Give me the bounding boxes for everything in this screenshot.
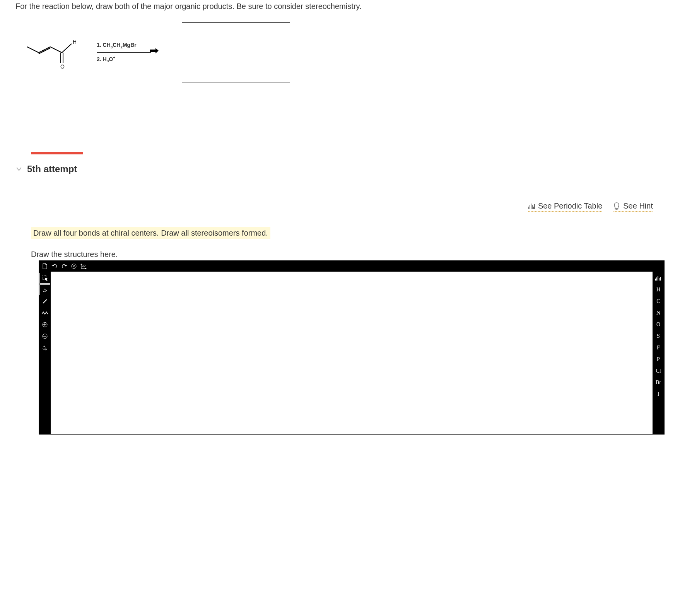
reaction-arrow-icon [150, 48, 159, 53]
svg-text:2D: 2D [82, 264, 85, 267]
svg-text:O: O [60, 63, 65, 70]
svg-line-0 [27, 47, 39, 53]
svg-rect-33 [659, 278, 659, 281]
reagent-step-2: 2. H3O+ [97, 54, 151, 65]
minus-charge-tool[interactable] [39, 331, 50, 342]
editor-canvas[interactable] [51, 272, 653, 434]
element-i[interactable]: I [653, 389, 664, 400]
element-br[interactable]: Br [653, 377, 664, 388]
eraser-tool[interactable] [39, 284, 50, 295]
lightbulb-icon [613, 202, 620, 210]
svg-line-19 [43, 299, 47, 303]
svg-rect-31 [656, 277, 657, 281]
product-answer-box[interactable] [182, 22, 290, 82]
svg-text:.: . [45, 345, 46, 348]
structure-editor: 2D +. [39, 260, 665, 435]
svg-rect-32 [658, 276, 658, 281]
svg-line-3 [50, 47, 62, 53]
attempt-progress-bar [31, 152, 83, 154]
element-c[interactable]: C [653, 296, 664, 307]
svg-rect-34 [660, 277, 661, 281]
attempt-header[interactable]: 5th attempt [15, 164, 665, 175]
plus-charge-tool[interactable] [39, 319, 50, 330]
redo-button[interactable] [60, 262, 68, 270]
radical-tool[interactable]: +. [39, 342, 50, 353]
svg-marker-9 [150, 48, 159, 53]
svg-marker-15 [85, 268, 87, 269]
starting-material-structure: H O [23, 35, 89, 70]
undo-button[interactable] [50, 262, 59, 270]
element-f[interactable]: F [653, 342, 664, 353]
question-text: For the reaction below, draw both of the… [15, 0, 665, 11]
hint-link[interactable]: See Hint [613, 202, 653, 212]
svg-line-1 [39, 47, 50, 53]
periodic-table-link[interactable]: See Periodic Table [528, 202, 602, 212]
svg-marker-29 [46, 349, 47, 351]
svg-line-2 [39, 48, 50, 54]
chevron-down-icon [15, 166, 22, 173]
chain-tool[interactable] [39, 308, 50, 318]
select-tool[interactable] [39, 273, 50, 284]
attempt-title: 5th attempt [27, 164, 77, 175]
editor-top-toolbar: 2D [39, 261, 664, 272]
helper-links: See Periodic Table See Hint [15, 202, 665, 212]
reagent-step-1: 1. CH3CH2MgBr [97, 40, 151, 50]
draw-structures-label: Draw the structures here. [31, 250, 665, 259]
element-cl[interactable]: Cl [653, 366, 664, 376]
clear-button[interactable] [70, 262, 78, 270]
reagents-block: 1. CH3CH2MgBr 2. H3O+ [97, 40, 151, 65]
element-n[interactable]: N [653, 308, 664, 318]
editor-right-toolbar: H C N O S F P Cl Br I [653, 272, 664, 434]
element-p[interactable]: P [653, 354, 664, 365]
element-s[interactable]: S [653, 331, 664, 342]
periodic-table-icon [528, 204, 535, 209]
svg-rect-30 [655, 279, 656, 281]
2d-button[interactable]: 2D [79, 262, 88, 270]
periodic-mini-icon[interactable] [653, 273, 664, 284]
element-h[interactable]: H [653, 284, 664, 295]
instruction-highlight: Draw all four bonds at chiral centers. D… [31, 227, 270, 239]
svg-marker-17 [45, 278, 48, 281]
new-file-button[interactable] [41, 262, 49, 270]
element-o[interactable]: O [653, 319, 664, 330]
reaction-area: H O 1. CH3CH2MgBr 2. H3O+ [23, 22, 665, 82]
svg-line-4 [62, 44, 72, 53]
svg-text:H: H [73, 39, 77, 45]
single-bond-tool[interactable] [39, 296, 50, 307]
editor-left-toolbar: +. [39, 272, 51, 434]
